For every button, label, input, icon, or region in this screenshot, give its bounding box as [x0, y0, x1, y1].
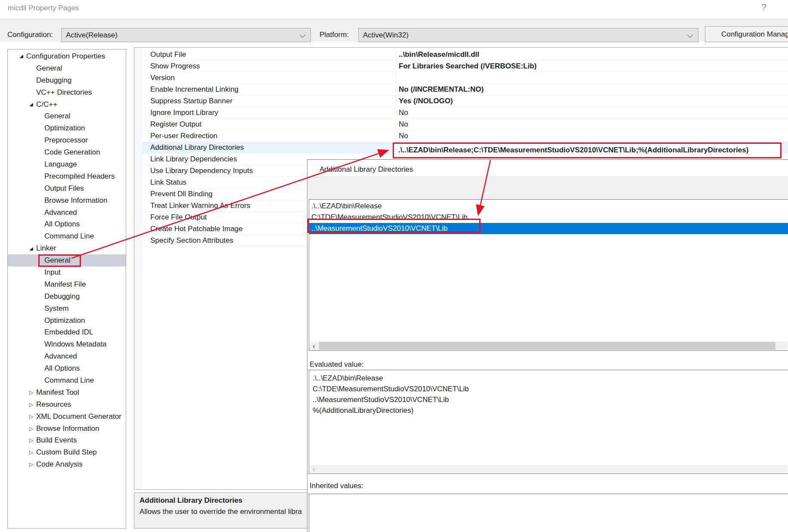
tree-item-label: Input: [43, 268, 61, 277]
property-value[interactable]: ..\bin\Release/micdll.dll: [396, 50, 788, 59]
tree-item-label: Browse Information: [43, 196, 107, 205]
property-row[interactable]: Version: [143, 72, 788, 84]
property-value[interactable]: Yes (/NOLOGO): [396, 97, 788, 105]
sidebar-tree-item[interactable]: Advanced: [8, 207, 126, 219]
inherited-values-box[interactable]: [309, 494, 788, 532]
property-name: Ignore Import Library: [143, 108, 396, 117]
property-value[interactable]: No: [396, 132, 788, 140]
tree-item-label: C/C++: [35, 100, 57, 109]
property-name: Register Output: [143, 120, 396, 129]
scroll-left-icon[interactable]: ‹: [310, 342, 318, 350]
property-row[interactable]: Per-user Redirection No: [143, 130, 788, 142]
property-row[interactable]: Show Progress For Libraries Searched (/V…: [143, 61, 788, 72]
evaluated-value-line: .\..\EZAD\bin\Release: [313, 373, 788, 384]
tree-expander-icon[interactable]: ◢: [27, 102, 35, 107]
platform-combobox-value: Active(Win32): [363, 31, 409, 40]
platform-combobox[interactable]: Active(Win32): [358, 28, 698, 42]
scroll-left-icon[interactable]: ‹: [310, 465, 318, 473]
help-icon[interactable]: ?: [761, 2, 766, 13]
sidebar-tree-item[interactable]: ▷ XML Document Generator: [8, 411, 126, 423]
sidebar-tree-item[interactable]: Preprocessor: [8, 134, 126, 146]
tree-expander-icon[interactable]: ▷: [27, 450, 35, 455]
tree-expander-icon[interactable]: ◢: [27, 246, 35, 251]
property-name: Show Progress: [143, 62, 396, 71]
sidebar-tree-item[interactable]: Command Line: [8, 374, 126, 387]
dialog-title: Additional Library Directories: [320, 165, 413, 174]
tree-item-label: Manifest Tool: [35, 388, 79, 397]
sidebar-tree-item[interactable]: Output Files: [8, 182, 126, 195]
sidebar-tree-item[interactable]: Advanced: [8, 350, 126, 362]
sidebar-tree-item[interactable]: Debugging: [8, 74, 126, 87]
tree-item-label: Browse Information: [35, 424, 99, 433]
tree-item-label: Command Line: [43, 232, 94, 241]
property-row[interactable]: Ignore Import Library No: [143, 107, 788, 119]
tree-item-label: Advanced: [43, 208, 77, 217]
sidebar-tree-item[interactable]: General: [8, 254, 126, 266]
evaluated-value-box[interactable]: .\..\EZAD\bin\ReleaseC:\TDE\MeasurementS…: [309, 370, 788, 474]
sidebar-tree-item[interactable]: All Options: [8, 218, 126, 230]
list-hscrollbar[interactable]: ‹: [310, 342, 788, 350]
sidebar-tree-item[interactable]: Debugging: [8, 291, 126, 303]
tree-item-label: Embedded IDL: [43, 328, 93, 337]
directory-list-item[interactable]: .\..\EZAD\bin\Release: [309, 201, 788, 212]
configuration-manager-button[interactable]: Configuration Manager...: [705, 26, 788, 42]
sidebar-tree-item[interactable]: ▷ Manifest Tool: [8, 387, 126, 399]
hscrollbar-thumb[interactable]: [319, 342, 776, 350]
property-row[interactable]: Register Output No: [143, 119, 788, 130]
sidebar-tree-item[interactable]: ◢ Configuration Properties: [8, 50, 126, 62]
tree-item-label: Windows Metadata: [43, 340, 107, 349]
tree-expander-icon[interactable]: ▷: [27, 414, 35, 419]
tree-expander-icon[interactable]: ◢: [17, 54, 25, 59]
sidebar-tree-item[interactable]: Manifest File: [8, 278, 126, 291]
sidebar-tree-item[interactable]: ◢ Linker: [8, 242, 126, 254]
tree-item-label: General: [38, 254, 81, 267]
sidebar-tree-item[interactable]: ▷ Code Analysis: [8, 458, 126, 470]
property-value[interactable]: No: [396, 120, 788, 129]
sidebar-tree-item[interactable]: Optimization: [8, 315, 126, 327]
sidebar-tree-item[interactable]: Browse Information: [8, 195, 126, 207]
description-text: Allows the user to override the environm…: [140, 507, 304, 516]
sidebar-tree-item[interactable]: All Options: [8, 362, 126, 374]
sidebar-tree-item[interactable]: Code Generation: [8, 146, 126, 158]
property-value[interactable]: No: [396, 108, 788, 117]
tree-expander-icon[interactable]: ▷: [27, 402, 35, 407]
sidebar-tree-item[interactable]: ◢ C/C++: [8, 99, 126, 111]
sidebar-tree-item[interactable]: Precompiled Headers: [8, 170, 126, 182]
sidebar-tree-item[interactable]: Embedded IDL: [8, 326, 126, 338]
tree-item-label: Build Events: [35, 436, 77, 445]
configuration-combobox[interactable]: Active(Release): [61, 28, 311, 42]
sidebar-tree-item[interactable]: General: [8, 110, 126, 122]
sidebar-tree-item[interactable]: Language: [8, 158, 126, 170]
property-row[interactable]: Suppress Startup Banner Yes (/NOLOGO): [143, 96, 788, 107]
sidebar-tree-item[interactable]: Optimization: [8, 122, 126, 134]
sidebar-tree-item[interactable]: VC++ Directories: [8, 87, 126, 99]
sidebar-tree-item[interactable]: ▷ Build Events: [8, 435, 126, 447]
sidebar-tree-item[interactable]: Input: [8, 266, 126, 278]
property-row[interactable]: Output File ..\bin\Release/micdll.dll: [143, 49, 788, 61]
tree-item-label: Custom Build Step: [35, 448, 97, 457]
tree-expander-icon[interactable]: ▷: [27, 390, 35, 395]
property-value[interactable]: For Libraries Searched (/VERBOSE:Lib): [396, 62, 788, 71]
tree-item-label: Configuration Properties: [25, 52, 105, 61]
sidebar-tree-item[interactable]: Command Line: [8, 230, 126, 242]
configuration-label: Configuration:: [7, 31, 53, 39]
property-value[interactable]: No (/INCREMENTAL:NO): [396, 85, 788, 94]
annotation-box-property-value: .\..\EZAD\bin\Release;C:\TDE\Measurement…: [393, 142, 782, 158]
sidebar-tree-item[interactable]: System: [8, 303, 126, 315]
sidebar-tree-item[interactable]: ▷ Custom Build Step: [8, 446, 126, 458]
tree-item-label: Output Files: [43, 184, 84, 193]
sidebar-tree-item[interactable]: Windows Metadata: [8, 338, 126, 350]
property-description-panel: Additional Library Directories Allows th…: [134, 492, 309, 529]
tree-expander-icon[interactable]: ▷: [27, 462, 35, 467]
sidebar-tree-item[interactable]: ▷ Browse Information: [8, 423, 126, 435]
tree-item-label: Debugging: [35, 76, 71, 85]
configuration-combobox-value: Active(Release): [66, 31, 118, 40]
property-row[interactable]: Enable Incremental Linking No (/INCREMEN…: [143, 84, 788, 96]
tree-item-label: XML Document Generator: [35, 412, 121, 421]
tree-item-label: All Options: [43, 364, 80, 373]
sidebar-tree-item[interactable]: General: [8, 62, 126, 74]
sidebar-tree-item[interactable]: ▷ Resources: [8, 399, 126, 411]
tree-expander-icon[interactable]: ▷: [27, 426, 35, 431]
tree-expander-icon[interactable]: ▷: [27, 438, 35, 443]
evaluated-hscrollbar[interactable]: ‹: [310, 465, 788, 473]
